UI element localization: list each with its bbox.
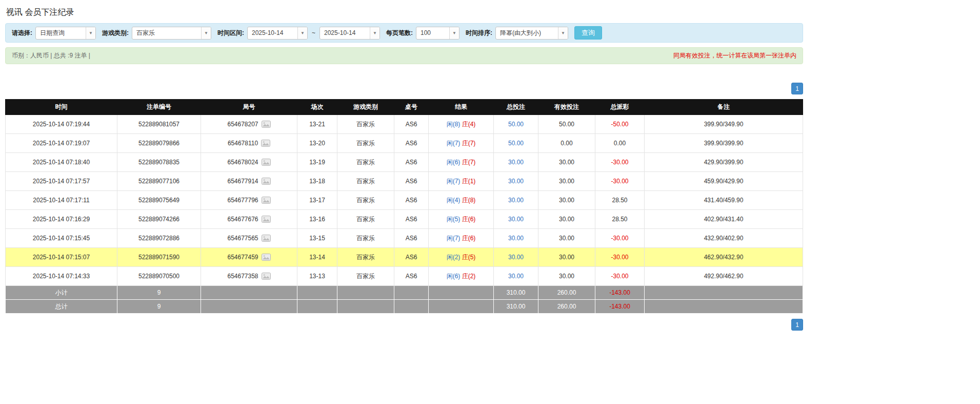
result-player-link[interactable]: 闲(7) bbox=[447, 235, 461, 242]
game-type-select[interactable]: 百家乐 ▼ bbox=[132, 27, 211, 40]
result-player-link[interactable]: 闲(7) bbox=[447, 140, 461, 147]
cell-valid-bet: 50.00 bbox=[538, 115, 595, 134]
total-bet-link[interactable]: 30.00 bbox=[508, 254, 524, 261]
video-replay-icon[interactable] bbox=[261, 140, 270, 147]
result-banker-link[interactable]: 庄(1) bbox=[462, 178, 476, 185]
result-player-link[interactable]: 闲(6) bbox=[447, 273, 461, 280]
page-title: 视讯 会员下注纪录 bbox=[6, 7, 803, 18]
result-player-link[interactable]: 闲(2) bbox=[447, 254, 461, 261]
cell-note: 402.90/431.40 bbox=[645, 210, 803, 229]
video-replay-icon[interactable] bbox=[262, 254, 271, 261]
cell-payout: -30.00 bbox=[595, 153, 645, 172]
result-banker-link[interactable]: 庄(6) bbox=[462, 216, 476, 223]
cell-total-bet: 30.00 bbox=[494, 267, 538, 286]
result-player-link[interactable]: 闲(7) bbox=[447, 178, 461, 185]
page-size-select[interactable]: 100 ▼ bbox=[416, 27, 459, 40]
cell-total-bet: 50.00 bbox=[494, 115, 538, 134]
cell-bet-id: 522889074266 bbox=[117, 210, 201, 229]
cell-session: 13-17 bbox=[297, 191, 337, 210]
cell-time: 2025-10-14 07:18:40 bbox=[6, 153, 117, 172]
date-to-select[interactable]: 2025-10-14 ▼ bbox=[319, 27, 380, 40]
currency-total-info: 币别：人民币 | 总共 :9 注单 | bbox=[12, 51, 90, 60]
cell-total-bet: 30.00 bbox=[494, 172, 538, 191]
cell-session: 13-14 bbox=[297, 248, 337, 267]
total-bet-link[interactable]: 50.00 bbox=[508, 140, 524, 147]
chevron-down-icon[interactable]: ▼ bbox=[297, 27, 307, 39]
column-header: 有效投注 bbox=[538, 100, 595, 115]
result-banker-link[interactable]: 庄(7) bbox=[462, 140, 476, 147]
sort-order-select[interactable]: 降幂(由大到小) ▼ bbox=[495, 27, 568, 40]
column-header: 备注 bbox=[645, 100, 803, 115]
cell-bet-id: 522889071590 bbox=[117, 248, 201, 267]
result-player-link[interactable]: 闲(6) bbox=[447, 159, 461, 166]
total-bet-link[interactable]: 30.00 bbox=[508, 273, 524, 280]
cell-table-no: AS6 bbox=[394, 134, 429, 153]
result-player-link[interactable]: 闲(5) bbox=[447, 216, 461, 223]
column-header: 场次 bbox=[297, 100, 337, 115]
result-player-link[interactable]: 闲(8) bbox=[447, 121, 461, 128]
cell-session: 13-19 bbox=[297, 153, 337, 172]
pagination-bottom: 1 bbox=[5, 319, 803, 331]
page-number-button[interactable]: 1 bbox=[791, 83, 803, 94]
cell-bet-id: 522889072886 bbox=[117, 229, 201, 248]
result-banker-link[interactable]: 庄(8) bbox=[462, 197, 476, 204]
total-bet-link[interactable]: 50.00 bbox=[508, 121, 524, 128]
bet-record-row: 2025-10-14 07:18:40522889078835654678024… bbox=[6, 153, 803, 172]
chevron-down-icon[interactable]: ▼ bbox=[449, 27, 459, 39]
page-number-button[interactable]: 1 bbox=[791, 319, 803, 331]
video-replay-icon[interactable] bbox=[262, 197, 271, 204]
result-banker-link[interactable]: 庄(7) bbox=[462, 159, 476, 166]
cell-valid-bet: 0.00 bbox=[538, 134, 595, 153]
result-banker-link[interactable]: 庄(2) bbox=[462, 273, 476, 280]
summary-empty-cell bbox=[201, 300, 297, 314]
cell-result: 闲(7) 庄(7) bbox=[429, 134, 494, 153]
summary-empty-cell bbox=[337, 300, 394, 314]
summary-valid-bet: 260.00 bbox=[538, 300, 595, 314]
column-header: 结果 bbox=[429, 100, 494, 115]
column-header: 总派彩 bbox=[595, 100, 645, 115]
round-number: 654677914 bbox=[227, 178, 258, 185]
cell-table-no: AS6 bbox=[394, 115, 429, 134]
summary-count: 9 bbox=[117, 286, 201, 300]
video-replay-icon[interactable] bbox=[262, 121, 271, 128]
date-from-select[interactable]: 2025-10-14 ▼ bbox=[247, 27, 308, 40]
total-bet-link[interactable]: 30.00 bbox=[508, 197, 524, 204]
video-replay-icon[interactable] bbox=[262, 273, 271, 280]
cell-session: 13-20 bbox=[297, 134, 337, 153]
page-container: 视讯 会员下注纪录 请选择: 日期查询 ▼ 游戏类别: 百家乐 ▼ 时间区间: … bbox=[5, 7, 803, 331]
summary-empty-cell bbox=[645, 286, 803, 300]
total-bet-link[interactable]: 30.00 bbox=[508, 159, 524, 166]
bet-calculation-notice: 同局有效投注，统一计算在该局第一张注单内 bbox=[673, 51, 796, 60]
cell-note: 432.90/402.90 bbox=[645, 229, 803, 248]
result-banker-link[interactable]: 庄(4) bbox=[462, 121, 476, 128]
video-replay-icon[interactable] bbox=[262, 178, 271, 185]
cell-session: 13-13 bbox=[297, 267, 337, 286]
result-player-link[interactable]: 闲(4) bbox=[447, 197, 461, 204]
total-bet-link[interactable]: 30.00 bbox=[508, 178, 524, 185]
video-replay-icon[interactable] bbox=[262, 159, 271, 166]
bet-record-row: 2025-10-14 07:16:29522889074266654677676… bbox=[6, 210, 803, 229]
chevron-down-icon[interactable]: ▼ bbox=[558, 27, 568, 39]
chevron-down-icon[interactable]: ▼ bbox=[370, 27, 379, 39]
cell-note: 462.90/432.90 bbox=[645, 248, 803, 267]
cell-total-bet: 30.00 bbox=[494, 229, 538, 248]
total-bet-link[interactable]: 30.00 bbox=[508, 235, 524, 242]
query-type-select[interactable]: 日期查询 ▼ bbox=[35, 27, 96, 40]
chevron-down-icon[interactable]: ▼ bbox=[201, 27, 211, 39]
cell-payout: 0.00 bbox=[595, 134, 645, 153]
video-replay-icon[interactable] bbox=[262, 216, 271, 223]
cell-total-bet: 30.00 bbox=[494, 153, 538, 172]
cell-result: 闲(6) 庄(7) bbox=[429, 153, 494, 172]
result-banker-link[interactable]: 庄(5) bbox=[462, 254, 476, 261]
search-button[interactable]: 查询 bbox=[574, 26, 602, 40]
video-replay-icon[interactable] bbox=[262, 235, 271, 242]
result-banker-link[interactable]: 庄(6) bbox=[462, 235, 476, 242]
total-bet-link[interactable]: 30.00 bbox=[508, 216, 524, 223]
cell-payout: -30.00 bbox=[595, 229, 645, 248]
cell-game-type: 百家乐 bbox=[337, 153, 394, 172]
round-number: 654678110 bbox=[228, 140, 258, 147]
cell-result: 闲(7) 庄(6) bbox=[429, 229, 494, 248]
chevron-down-icon[interactable]: ▼ bbox=[86, 27, 95, 39]
summary-total-bet: 310.00 bbox=[494, 300, 538, 314]
column-header: 桌号 bbox=[394, 100, 429, 115]
